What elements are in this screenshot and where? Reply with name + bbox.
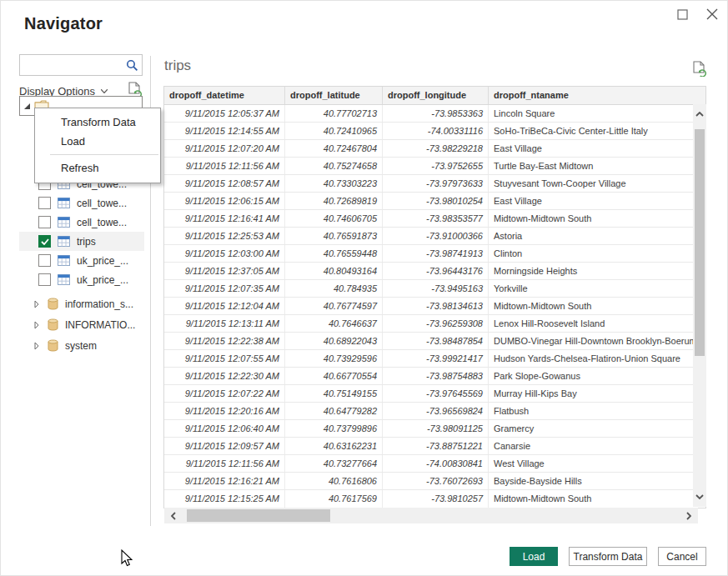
sidebar-item-label: uk_price_... (77, 274, 128, 286)
menu-item-refresh[interactable]: Refresh (35, 158, 160, 178)
table-cell: -73.9810257 (383, 490, 489, 508)
scroll-up-arrow-icon[interactable] (693, 108, 706, 121)
menu-item-load[interactable]: Load (35, 132, 160, 151)
checkbox[interactable] (38, 254, 51, 267)
chevron-right-icon[interactable] (34, 321, 43, 329)
table-cell: Turtle Bay-East Midtown (489, 158, 705, 174)
checkbox[interactable] (38, 273, 51, 286)
table-row: 9/11/2015 12:16:41 AM40.74606705-73.9835… (164, 210, 705, 228)
database-icon (48, 318, 58, 331)
checkbox[interactable] (38, 216, 51, 228)
context-menu: Transform DataLoadRefresh (34, 108, 161, 183)
scroll-right-arrow-icon[interactable] (680, 508, 698, 523)
close-button[interactable] (704, 6, 720, 23)
table-cell: Midtown-Midtown South (489, 298, 705, 314)
sidebar-item-cell-towe[interactable]: cell_towe... (19, 213, 144, 232)
table-cell: -73.96443176 (383, 263, 489, 279)
sidebar-item-cell-towe[interactable]: cell_towe... (19, 193, 144, 213)
table-cell: 9/11/2015 12:16:21 AM (164, 473, 285, 489)
table-horizontal-scrollbar[interactable] (164, 508, 698, 523)
table-cell: Lincoln Square (489, 105, 705, 122)
table-cell: 9/11/2015 12:03:00 AM (164, 245, 285, 262)
column-header-dropoff_longitude[interactable]: dropoff_longitude (383, 87, 489, 104)
table-cell: Morningside Heights (489, 263, 705, 279)
table-cell: -74.00331116 (383, 123, 489, 139)
sidebar-item-label: trips (77, 236, 96, 248)
table-cell: Canarsie (489, 438, 705, 454)
sidebar-item-informatio[interactable]: INFORMATIO... (19, 315, 144, 334)
table-row: 9/11/2015 12:25:53 AM40.76591873-73.9100… (164, 228, 705, 245)
column-header-dropoff_datetime[interactable]: dropoff_datetime (164, 87, 285, 104)
table-cell: 40.7617569 (285, 490, 383, 508)
table-cell: Flatbush (489, 403, 705, 419)
scroll-left-arrow-icon[interactable] (164, 508, 183, 523)
transform-data-button[interactable]: Transform Data (569, 547, 647, 566)
table-row: 9/11/2015 12:16:21 AM40.7616806-73.76072… (164, 473, 705, 490)
chevron-right-icon[interactable] (34, 300, 43, 308)
vertical-scroll-thumb[interactable] (695, 129, 705, 356)
table-cell: 9/11/2015 12:12:04 AM (164, 298, 285, 314)
page-title: Navigator (24, 14, 103, 33)
table-cell: 9/11/2015 12:11:56 AM (164, 455, 285, 472)
sidebar-item-uk-price[interactable]: uk_price_... (19, 251, 144, 270)
sidebar-item-information-s[interactable]: information_s... (19, 294, 144, 313)
sidebar-item-uk-price[interactable]: uk_price_... (19, 270, 144, 289)
table-cell: Bayside-Bayside Hills (489, 473, 705, 489)
sidebar-item-label: cell_towe... (77, 217, 127, 228)
checkbox[interactable] (38, 235, 51, 248)
table-cell: West Village (489, 455, 705, 472)
column-header-dropoff_latitude[interactable]: dropoff_latitude (285, 87, 383, 104)
table-cell: 40.72689819 (285, 193, 383, 209)
search-input[interactable] (20, 55, 122, 75)
menu-item-transform-data[interactable]: Transform Data (35, 113, 160, 132)
table-cell: 40.66770554 (285, 368, 383, 384)
scroll-down-arrow-icon[interactable] (693, 490, 706, 503)
table-cell: Gramercy (489, 420, 705, 437)
close-icon (706, 8, 718, 20)
table-row: 9/11/2015 12:14:55 AM40.72410965-74.0033… (164, 123, 705, 140)
checkbox[interactable] (38, 197, 51, 209)
database-icon (48, 298, 58, 310)
table-cell: -73.76072693 (383, 473, 489, 489)
table-row: 9/11/2015 12:11:56 AM40.73277664-74.0083… (164, 455, 705, 473)
table-cell: 9/11/2015 12:09:57 AM (164, 438, 285, 454)
table-cell: 9/11/2015 12:07:22 AM (164, 385, 285, 402)
table-cell: 40.76774597 (285, 298, 383, 314)
table-icon (58, 236, 70, 247)
table-cell: Midtown-Midtown South (489, 490, 705, 508)
table-cell: 9/11/2015 12:07:55 AM (164, 350, 285, 367)
table-cell: 40.75274658 (285, 158, 383, 174)
table-cell: Murray Hill-Kips Bay (489, 385, 705, 402)
table-cell: 40.73303223 (285, 175, 383, 192)
table-row: 9/11/2015 12:13:11 AM40.7646637-73.96259… (164, 315, 705, 333)
expanded-arrow-icon (23, 103, 31, 110)
maximize-button[interactable] (674, 6, 690, 23)
table-cell: 9/11/2015 12:37:05 AM (164, 263, 285, 279)
chevron-right-icon[interactable] (34, 342, 43, 350)
table-cell: 40.784935 (285, 280, 383, 297)
table-vertical-scrollbar[interactable] (693, 104, 706, 507)
table-cell: -73.98229218 (383, 140, 489, 157)
table-cell: 40.73929596 (285, 350, 383, 367)
footer: Load Transform Data Cancel (1, 547, 728, 568)
table-cell: Midtown-Midtown South (489, 210, 705, 227)
preview-title: trips (164, 58, 191, 74)
navigator-dialog: Navigator Display Options (0, 0, 728, 576)
sidebar-item-trips[interactable]: trips (19, 232, 144, 251)
horizontal-scroll-thumb[interactable] (187, 509, 330, 522)
table-cell: 9/11/2015 12:06:40 AM (164, 420, 285, 437)
column-header-dropoff_ntaname[interactable]: dropoff_ntaname (489, 87, 705, 104)
cancel-button[interactable]: Cancel (658, 547, 706, 566)
table-cell: 9/11/2015 12:08:57 AM (164, 175, 285, 192)
sidebar-item-label: information_s... (65, 298, 133, 310)
table-cell: Hudson Yards-Chelsea-Flatiron-Union Squa… (489, 350, 705, 367)
table-row: 9/11/2015 12:08:57 AM40.73303223-73.9797… (164, 175, 705, 193)
table-header-row: dropoff_datetimedropoff_latitudedropoff_… (164, 87, 705, 105)
refresh-preview-icon[interactable] (693, 61, 707, 80)
load-button[interactable]: Load (510, 547, 558, 566)
table-cell: 9/11/2015 12:13:11 AM (164, 315, 285, 332)
sidebar-item-system[interactable]: system (19, 336, 144, 355)
table-cell: 9/11/2015 12:25:53 AM (164, 228, 285, 244)
search-icon[interactable] (122, 59, 142, 72)
table-cell: 9/11/2015 12:07:35 AM (164, 280, 285, 297)
